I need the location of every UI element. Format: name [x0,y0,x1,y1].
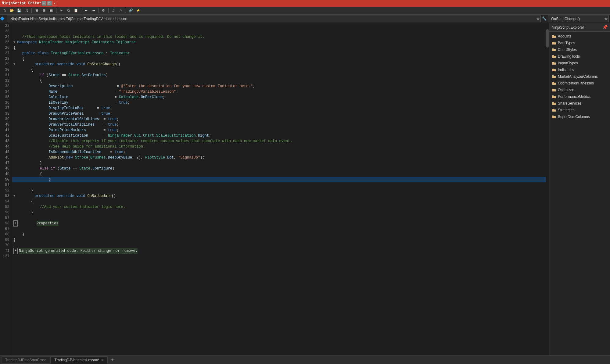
code-line-29: ▼ protected override void OnStateChange … [12,62,546,67]
undo-button[interactable]: ↩ [83,8,89,14]
code-line-35: Calculate = Calculate . OnBarClose ; [12,95,546,100]
tree-item-strategies[interactable]: Strategies [549,107,610,113]
tab-close-icon[interactable]: × [101,358,104,362]
generated-code-label: NinjaScript generated code. Neither chan… [19,248,138,254]
code-line-44: //See Help Guide for additional informat… [12,144,546,149]
code-line-25: ▼ namespace NinjaTrader.NinjaScript.Indi… [12,40,546,45]
tree-label-shareservices: ShareServices [558,101,582,105]
code-line-32: { [12,78,546,84]
redo-button[interactable]: ↪ [90,8,97,14]
tree-item-indicators[interactable]: Indicators [549,66,610,73]
collapse-53[interactable]: ▼ [13,193,17,199]
code-line-41: PaintPriceMarkers = true ; [12,127,546,133]
code-line-22 [12,23,546,29]
minimize-button[interactable]: ─ [41,1,46,6]
class-icon: 🔷 [0,16,5,21]
folder-importtypes-icon [552,61,556,65]
folder-barstypes-icon [552,41,556,45]
code-line-48: else if ( State == State . Configure ) [12,166,546,171]
compile-button[interactable]: ⚙ [100,8,107,14]
link-button[interactable]: 🔗 [127,8,134,14]
code-line-34: Name = "TradingDJVariablesLesson" ; [12,89,546,95]
tab-label-1: TradingDJVariablesLesson* [55,358,99,362]
open-button[interactable]: 📂 [9,8,15,14]
code-line-27: public class TradingDJVariablesLesson : … [12,51,546,56]
code-line-38: DrawOnPricePanel = true ; [12,111,546,116]
region-box-58[interactable]: + [13,220,18,227]
tab-tradingdjemasmacross[interactable]: TradingDJEmaSmaCross [1,356,51,364]
scrollbar-thumb[interactable] [546,29,549,48]
folder-addons-icon [552,34,556,38]
maximize-button[interactable]: □ [47,1,52,6]
print-button[interactable]: 🖨 [23,8,30,14]
code-line-57 [12,215,546,221]
folder-marketanalyzer-icon [552,74,556,79]
collapse-25[interactable]: ▼ [13,40,17,45]
tree-label-importtypes: ImportTypes [558,61,578,65]
copy-button[interactable]: ⧉ [65,8,72,14]
right-panel-content: AddOns BarsTypes ChartStyles DrawingTool… [549,32,610,355]
tree-label-drawingtools: DrawingTools [558,54,580,59]
pin-icon[interactable]: 📌 [602,25,608,30]
right-panel: NinjaScript Explorer 📌 AddOns BarsTypes [549,23,610,355]
btn7[interactable]: ⊟ [48,8,55,14]
code-line-36: IsOverlay = true ; [12,100,546,105]
code-line-24: //This namespace holds Indicators in thi… [12,34,546,40]
tab-tradingdjvariableslesson[interactable]: TradingDJVariablesLesson* × [51,356,108,364]
code-line-23 [12,29,546,34]
method-dropdown[interactable]: OnStateChange() [548,16,609,22]
class-dropdown[interactable]: NinjaTrader.NinjaScript.Indicators.TdjCo… [7,16,541,22]
code-line-70 [12,243,546,248]
code-line-68: } [12,232,546,237]
tree-item-optimizers[interactable]: Optimizers [549,87,610,93]
code-line-40: DrawVerticalGridLines = true ; [12,122,546,127]
paste-button[interactable]: 📋 [73,8,79,14]
tree-label-barstypes: BarsTypes [558,41,575,45]
title-text: NinjaScript Editor [2,1,41,5]
line-numbers: 22 23 24 25 26 27 28 29 30 31 32 33 34 3… [0,23,12,355]
main-content: 22 23 24 25 26 27 28 29 30 31 32 33 34 3… [0,23,610,355]
code-line-67 [12,226,546,232]
panel-title: NinjaScript Explorer [552,25,584,30]
tree-label-marketanalyzer: MarketAnalyzerColumns [558,74,598,79]
save-button[interactable]: 💾 [16,8,23,14]
code-area[interactable]: //This namespace holds Indicators in thi… [12,23,546,355]
code-line-71: + NinjaScript generated code. Neither ch… [12,248,546,254]
tab-bar: TradingDJEmaSmaCross TradingDJVariablesL… [0,355,610,364]
right-panel-header: NinjaScript Explorer 📌 [549,23,610,32]
debug-button[interactable]: ⚡ [135,8,142,14]
window-controls: ─ □ ✕ [41,1,57,6]
code-line-30: { [12,67,546,73]
toolbar: 🗋 📂 💾 🖨 ⊟ ⊞ ⊟ ✂ ⧉ 📋 ↩ ↪ ⚙ // /* 🔗 ⚡ [0,7,610,15]
code-line-28: { [12,56,546,62]
tree-item-superdomcolumns[interactable]: SuperDomColumns [549,113,610,120]
tab-label-0: TradingDJEmaSmaCross [5,358,47,362]
tree-label-strategies: Strategies [558,108,574,112]
tree-item-chartstyles[interactable]: ChartStyles [549,46,610,53]
btn5[interactable]: ⊟ [33,8,40,14]
tree-item-drawingtools[interactable]: DrawingTools [549,53,610,60]
btn6[interactable]: ⊞ [41,8,47,14]
tree-item-barstypes[interactable]: BarsTypes [549,40,610,46]
cut-button[interactable]: ✂ [58,8,65,14]
code-line-69: } [12,237,546,243]
new-button[interactable]: 🗋 [1,8,8,14]
uncomment-button[interactable]: /* [117,8,124,14]
sep2 [56,8,56,13]
region-box-71[interactable]: + [13,248,18,254]
folder-optimizers-icon [552,88,556,92]
close-button[interactable]: ✕ [52,1,57,6]
tree-item-marketanalyzer[interactable]: MarketAnalyzerColumns [549,73,610,80]
comment-button[interactable]: // [110,8,117,14]
tree-label-performancemetrics: PerformanceMetrics [558,95,590,99]
vertical-scrollbar[interactable] [546,23,549,355]
tree-item-performancemetrics[interactable]: PerformanceMetrics [549,93,610,100]
title-bar: NinjaScript Editor ─ □ ✕ [0,0,610,7]
tree-item-shareservices[interactable]: ShareServices [549,100,610,107]
tree-label-addons: AddOns [558,34,571,38]
tree-item-importtypes[interactable]: ImportTypes [549,60,610,66]
tree-item-optfitnesses[interactable]: OptimizationFitnesses [549,80,610,87]
collapse-29[interactable]: ▼ [13,62,17,67]
tree-item-addons[interactable]: AddOns [549,33,610,40]
add-tab-button[interactable]: + [109,357,116,363]
